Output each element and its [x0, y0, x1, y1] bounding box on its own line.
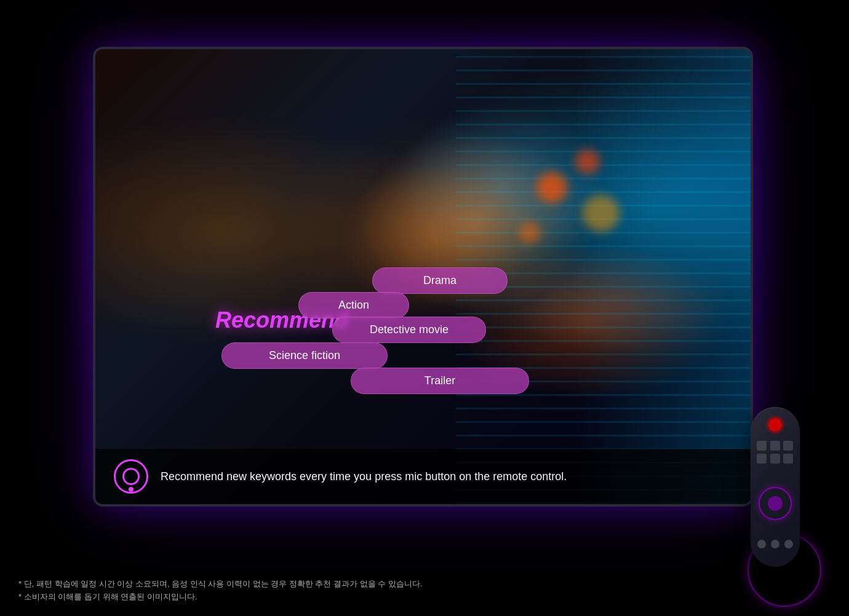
- remote-power-button[interactable]: [768, 418, 782, 432]
- remote-center-button[interactable]: [768, 496, 783, 511]
- keyword-action[interactable]: Action: [298, 292, 409, 318]
- tv-frame: Recommend Drama Action Detective movie S…: [95, 49, 751, 504]
- remote-control[interactable]: [735, 407, 815, 604]
- bottom-bar: Recommend new keywords every time you pr…: [95, 449, 751, 504]
- remote-btn-2[interactable]: [770, 441, 780, 451]
- remote-btn-4[interactable]: [757, 454, 767, 464]
- remote-btn-5[interactable]: [770, 454, 780, 464]
- remote-bottom-buttons: [757, 540, 793, 548]
- remote-round-btn-2[interactable]: [771, 540, 779, 548]
- ui-overlay: Recommend Drama Action Detective movie S…: [95, 49, 751, 504]
- footnotes: * 단, 패턴 학습에 일정 시간 이상 소요되며, 음성 인식 사용 이력이 …: [18, 578, 423, 604]
- keyword-science-fiction[interactable]: Science fiction: [221, 342, 388, 369]
- remote-buttons-grid: [757, 441, 794, 464]
- keyword-trailer[interactable]: Trailer: [351, 368, 529, 394]
- mic-icon-inner: [122, 468, 140, 485]
- page-wrapper: Recommend Drama Action Detective movie S…: [0, 0, 849, 616]
- keyword-detective-movie[interactable]: Detective movie: [332, 317, 486, 343]
- tv-screen: Recommend Drama Action Detective movie S…: [95, 49, 751, 504]
- remote-btn-3[interactable]: [783, 441, 793, 451]
- remote-btn-6[interactable]: [783, 454, 793, 464]
- remote-body: [751, 407, 800, 567]
- footnote-line-2: * 소비자의 이해를 돕기 위해 연출된 이미지입니다.: [18, 591, 423, 604]
- remote-round-btn-3[interactable]: [784, 540, 793, 548]
- mic-dot: [129, 487, 134, 492]
- mic-icon: [114, 459, 148, 494]
- mic-hint-text: Recommend new keywords every time you pr…: [161, 470, 732, 483]
- footnote-line-1: * 단, 패턴 학습에 일정 시간 이상 소요되며, 음성 인식 사용 이력이 …: [18, 578, 423, 591]
- keyword-drama[interactable]: Drama: [372, 267, 508, 294]
- remote-btn-1[interactable]: [757, 441, 767, 451]
- remote-dpad[interactable]: [759, 487, 792, 520]
- remote-round-btn-1[interactable]: [757, 540, 766, 548]
